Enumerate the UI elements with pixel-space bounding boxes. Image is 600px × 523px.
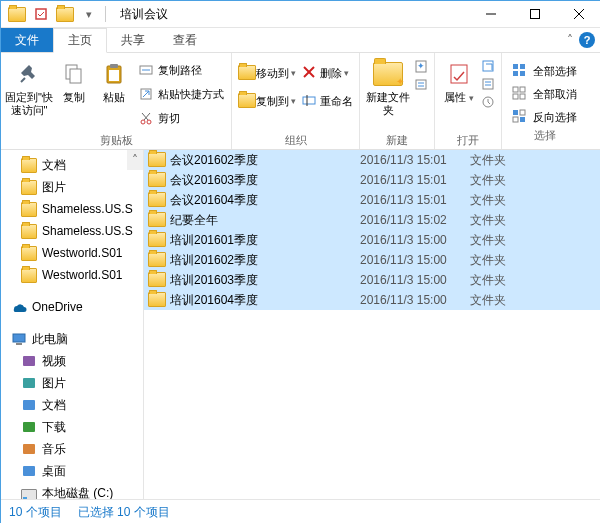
file-date: 2016/11/3 15:01 — [360, 193, 470, 207]
properties-button[interactable]: 属性 ▾ — [439, 56, 479, 105]
tab-home[interactable]: 主页 — [53, 28, 107, 53]
copy-button[interactable]: 复制 — [55, 56, 93, 104]
history-icon[interactable] — [481, 95, 497, 109]
tab-view[interactable]: 查看 — [159, 28, 211, 52]
file-list-pane[interactable]: 会议201602季度2016/11/3 15:01文件夹会议201603季度20… — [144, 150, 600, 499]
svg-rect-51 — [23, 444, 35, 454]
cut-button[interactable]: 剪切 — [135, 107, 227, 129]
nav-item[interactable]: Shameless.US.S — [1, 198, 143, 220]
window-controls — [469, 1, 600, 27]
pin-quickaccess-button[interactable]: 固定到"快速访问" — [5, 56, 53, 117]
cut-icon — [138, 110, 154, 126]
qat-dropdown-icon[interactable]: ▾ — [79, 4, 99, 24]
file-type: 文件夹 — [470, 152, 530, 169]
paste-shortcut-button[interactable]: 粘贴快捷方式 — [135, 83, 227, 105]
nav-pc-item[interactable]: 视频 — [1, 350, 143, 372]
file-name: 培训201604季度 — [170, 292, 360, 309]
ribbon-collapse-icon[interactable]: ˄ — [567, 33, 573, 47]
file-row[interactable]: 会议201603季度2016/11/3 15:01文件夹 — [144, 170, 600, 190]
maximize-button[interactable] — [513, 1, 557, 27]
tab-share[interactable]: 共享 — [107, 28, 159, 52]
svg-rect-48 — [23, 378, 35, 388]
nav-item-label: 文档 — [42, 157, 66, 174]
nav-pc-item-label: 桌面 — [42, 463, 66, 480]
nav-item[interactable]: 文档 — [1, 154, 143, 176]
svg-rect-42 — [520, 110, 525, 115]
svg-rect-45 — [13, 334, 25, 342]
svg-rect-29 — [483, 79, 493, 89]
nav-item[interactable]: Westworld.S01 — [1, 264, 143, 286]
nav-thispc[interactable]: 此电脑 — [1, 328, 143, 350]
nav-pc-item[interactable]: 音乐 — [1, 438, 143, 460]
tab-file[interactable]: 文件 — [1, 28, 53, 52]
file-row[interactable]: 培训201602季度2016/11/3 15:00文件夹 — [144, 250, 600, 270]
navigation-pane[interactable]: ˄ 文档图片Shameless.US.SShameless.US.SWestwo… — [1, 150, 144, 499]
nav-pc-item[interactable]: 桌面 — [1, 460, 143, 482]
folder-icon — [148, 192, 164, 208]
selectall-button[interactable]: 全部选择 — [512, 60, 577, 82]
paste-icon — [99, 59, 129, 89]
edit-icon[interactable] — [481, 77, 497, 91]
invertselect-button[interactable]: 反向选择 — [512, 106, 577, 128]
nav-onedrive[interactable]: OneDrive — [1, 296, 143, 318]
file-row[interactable]: 会议201604季度2016/11/3 15:01文件夹 — [144, 190, 600, 210]
qat-properties-icon[interactable] — [31, 4, 51, 24]
qat-newfolder-icon[interactable] — [55, 4, 75, 24]
svg-rect-2 — [531, 10, 540, 19]
file-row[interactable]: 培训201601季度2016/11/3 15:00文件夹 — [144, 230, 600, 250]
open-icon[interactable] — [481, 59, 497, 73]
nav-item[interactable]: 图片 — [1, 176, 143, 198]
ribbon-group-open: 属性 ▾ 打开 — [435, 53, 502, 149]
file-row[interactable]: 会议201602季度2016/11/3 15:01文件夹 — [144, 150, 600, 170]
nav-item-label: Shameless.US.S — [42, 224, 133, 238]
moveto-icon — [238, 65, 254, 81]
svg-rect-9 — [110, 64, 118, 68]
close-button[interactable] — [557, 1, 600, 27]
titlebar: ▾ 培训会议 — [1, 1, 600, 28]
svg-rect-20 — [303, 97, 315, 104]
nav-item[interactable]: Westworld.S01 — [1, 242, 143, 264]
newitem-icon[interactable]: ✦ — [414, 59, 430, 73]
separator — [105, 6, 106, 22]
svg-rect-27 — [451, 65, 467, 83]
file-list: 会议201602季度2016/11/3 15:01文件夹会议201603季度20… — [144, 150, 600, 310]
ribbon-group-new: ✦ 新建文件夹 ✦ 新建 — [360, 53, 435, 149]
nav-item[interactable]: Shameless.US.S — [1, 220, 143, 242]
nav-pc-item-label: 图片 — [42, 375, 66, 392]
svg-rect-38 — [520, 87, 525, 92]
svg-point-14 — [141, 120, 145, 124]
svg-rect-41 — [513, 110, 518, 115]
file-row[interactable]: 培训201603季度2016/11/3 15:00文件夹 — [144, 270, 600, 290]
nav-onedrive-label: OneDrive — [32, 300, 83, 314]
copyto-button[interactable]: 复制到▾ — [236, 90, 298, 112]
minimize-button[interactable] — [469, 1, 513, 27]
nav-pc-item[interactable]: 文档 — [1, 394, 143, 416]
newfolder-label: 新建文件夹 — [364, 91, 412, 117]
svg-rect-50 — [23, 422, 35, 432]
nav-pc-item[interactable]: 图片 — [1, 372, 143, 394]
file-row[interactable]: 纪要全年2016/11/3 15:02文件夹 — [144, 210, 600, 230]
selectnone-button[interactable]: 全部取消 — [512, 83, 577, 105]
nav-pc-item-label: 音乐 — [42, 441, 66, 458]
moveto-label: 移动到 — [256, 66, 289, 81]
nav-pc-item[interactable]: 下载 — [1, 416, 143, 438]
delete-button[interactable]: 删除▾ — [300, 62, 355, 84]
file-date: 2016/11/3 15:01 — [360, 153, 470, 167]
rename-button[interactable]: 重命名 — [300, 90, 355, 112]
folder-icon — [7, 4, 27, 24]
file-type: 文件夹 — [470, 172, 530, 189]
help-icon[interactable]: ? — [579, 32, 595, 48]
newfolder-button[interactable]: ✦ 新建文件夹 — [364, 56, 412, 117]
file-row[interactable]: 培训201604季度2016/11/3 15:00文件夹 — [144, 290, 600, 310]
paste-button[interactable]: 粘贴 — [95, 56, 133, 104]
nav-pc-item[interactable]: 本地磁盘 (C:) — [1, 482, 143, 499]
easyaccess-icon[interactable] — [414, 77, 430, 91]
selectnone-icon — [512, 86, 528, 102]
rename-label: 重命名 — [320, 94, 353, 109]
moveto-button[interactable]: 移动到▾ — [236, 62, 298, 84]
folder-icon — [148, 212, 164, 228]
nav-scroll-up-icon[interactable]: ˄ — [127, 150, 143, 170]
copy-path-button[interactable]: 复制路径 — [135, 59, 227, 81]
nav-item-label: 图片 — [42, 179, 66, 196]
explorer-window: ▾ 培训会议 文件 主页 共享 查看 ˄ ? 固定到"快速访问" — [0, 0, 600, 523]
